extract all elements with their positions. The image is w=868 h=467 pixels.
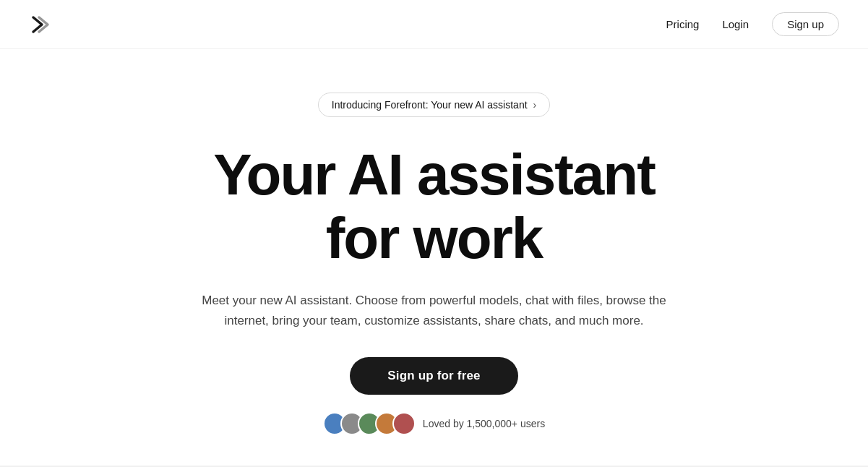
announcement-text: Introducing Forefront: Your new AI assis… (332, 99, 528, 111)
pricing-link[interactable]: Pricing (666, 18, 700, 30)
hero-subtitle: Meet your new AI assistant. Choose from … (185, 291, 684, 331)
logo[interactable] (29, 13, 52, 36)
hero-title: Your AI assistant for work (213, 143, 655, 270)
social-proof-text: Loved by 1,500,000+ users (423, 418, 545, 429)
avatar (392, 412, 416, 435)
avatar-stack (323, 412, 416, 435)
social-proof: Loved by 1,500,000+ users (323, 412, 545, 435)
hero-title-line2: for work (326, 206, 543, 270)
logo-icon (29, 13, 52, 36)
navbar: Pricing Login Sign up (0, 0, 868, 49)
hero-section: Introducing Forefront: Your new AI assis… (0, 49, 868, 464)
chevron-right-icon: › (533, 99, 537, 111)
login-link[interactable]: Login (722, 18, 749, 30)
nav-signup-button[interactable]: Sign up (772, 12, 839, 36)
announcement-banner[interactable]: Introducing Forefront: Your new AI assis… (318, 93, 551, 117)
hero-title-line1: Your AI assistant (213, 142, 655, 207)
nav-links: Pricing Login Sign up (666, 12, 839, 36)
cta-signup-button[interactable]: Sign up for free (350, 357, 517, 395)
